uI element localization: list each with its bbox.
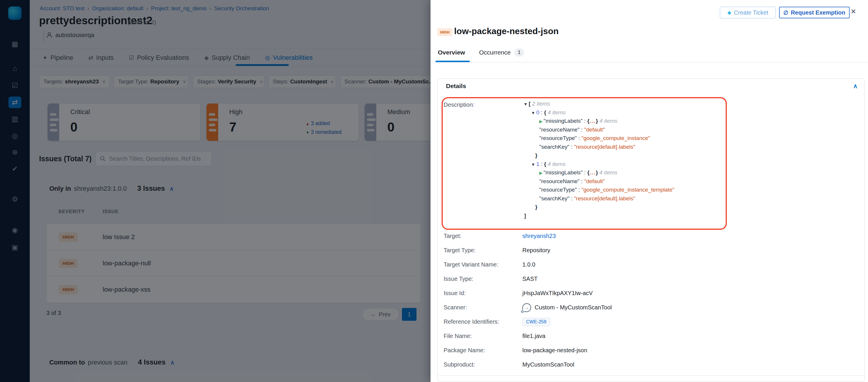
field-label: File Name: — [444, 333, 522, 340]
field-label: Reference Identifiers: — [444, 318, 522, 325]
occurrence-count-badge: 1 — [514, 49, 524, 57]
annotation-highlight — [442, 97, 727, 230]
field-row-targetvariantname: Target Variant Name:1.0.0 — [444, 257, 846, 272]
field-label: Issue Id: — [444, 290, 522, 296]
gear-icon: ⚙ — [521, 310, 524, 314]
ticket-icon: ◆ — [727, 10, 731, 16]
field-value[interactable]: shreyansh23 — [522, 233, 556, 240]
drawer-tab-occurrence[interactable]: Occurrence1 — [479, 49, 524, 57]
field-label: Target: — [444, 233, 522, 240]
field-label: Target Type: — [444, 247, 522, 254]
field-row-issuetype: Issue Type:SAST — [444, 272, 846, 286]
issue-title: low-package-nested-json — [454, 26, 559, 36]
field-row-issueid: Issue Id:jHspJaWxTIkpAXY1Iw-acV — [444, 286, 846, 300]
field-row-packagename: Package Name:low-package-nested-json — [444, 343, 846, 357]
field-label: Issue Type: — [444, 276, 522, 282]
field-value: →⚙Custom - MyCustomScanTool — [522, 303, 612, 312]
details-fields: Target:shreyansh23Target Type:Repository… — [444, 229, 846, 372]
field-value: SAST — [522, 276, 537, 282]
tab-label: Overview — [438, 49, 465, 56]
field-row-targettype: Target Type:Repository — [444, 243, 846, 257]
divider — [437, 375, 865, 376]
close-icon[interactable]: × — [851, 7, 856, 16]
field-row-subproduct: Subproduct:MyCustomScanTool — [444, 357, 846, 372]
field-value: CWE-259 — [522, 318, 550, 326]
field-value: MyCustomScanTool — [522, 361, 574, 368]
scanner-name: Custom - MyCustomScanTool — [535, 304, 612, 311]
field-value: 1.0.0 — [522, 261, 535, 268]
field-row-filename: File Name:file1.java — [444, 329, 846, 343]
drawer-tab-overview[interactable]: Overview — [438, 49, 465, 56]
field-value: file1.java — [522, 333, 546, 340]
app-canvas: ▦⌂☑⇄▥◎⊛✔⚙◉▣ Account: STO test›Organizati… — [0, 0, 868, 382]
field-label: Subproduct: — [444, 361, 522, 368]
drawer-tabbar: OverviewOccurrence1 — [438, 49, 524, 57]
create-ticket-button[interactable]: ◆ Create Ticket — [720, 7, 776, 19]
collapse-chevron-icon[interactable]: ∧ — [853, 83, 858, 90]
details-section-title: Details — [446, 83, 466, 90]
severity-badge: HIGH — [437, 28, 453, 36]
issue-details-drawer: ◆ Create Ticket ∅ Request Exemption × HI… — [431, 0, 868, 382]
field-row-target: Target:shreyansh23 — [444, 229, 846, 243]
field-row-referenceidentifiers: Reference Identifiers:CWE-259 — [444, 315, 846, 329]
field-value: jHspJaWxTIkpAXY1Iw-acV — [522, 290, 593, 296]
exemption-icon: ∅ — [783, 9, 788, 16]
field-label: Package Name: — [444, 347, 522, 354]
reference-id-pill[interactable]: CWE-259 — [522, 318, 550, 326]
field-value: Repository — [522, 247, 550, 254]
field-row-scanner: Scanner:→⚙Custom - MyCustomScanTool — [444, 300, 846, 315]
field-label: Target Variant Name: — [444, 261, 522, 268]
divider — [431, 62, 868, 62]
tab-label: Occurrence — [479, 49, 511, 56]
scanner-icon: →⚙ — [522, 303, 531, 312]
request-exemption-button[interactable]: ∅ Request Exemption — [779, 7, 849, 19]
drawer-scrim[interactable] — [0, 0, 431, 382]
field-value: low-package-nested-json — [522, 347, 587, 354]
field-label: Scanner: — [444, 304, 522, 311]
